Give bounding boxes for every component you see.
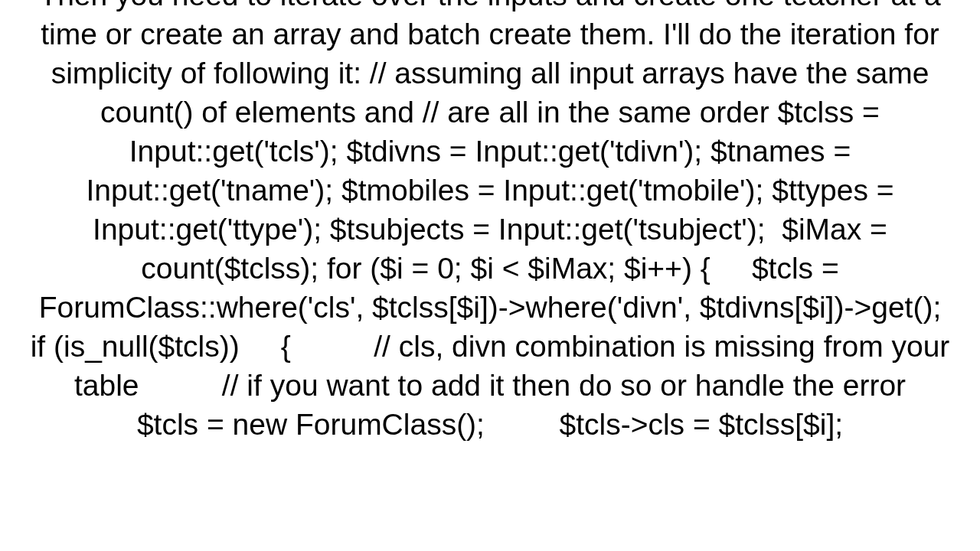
body-text: Then you need to iterate over the inputs… bbox=[23, 0, 957, 444]
document-body: Then you need to iterate over the inputs… bbox=[0, 0, 980, 527]
